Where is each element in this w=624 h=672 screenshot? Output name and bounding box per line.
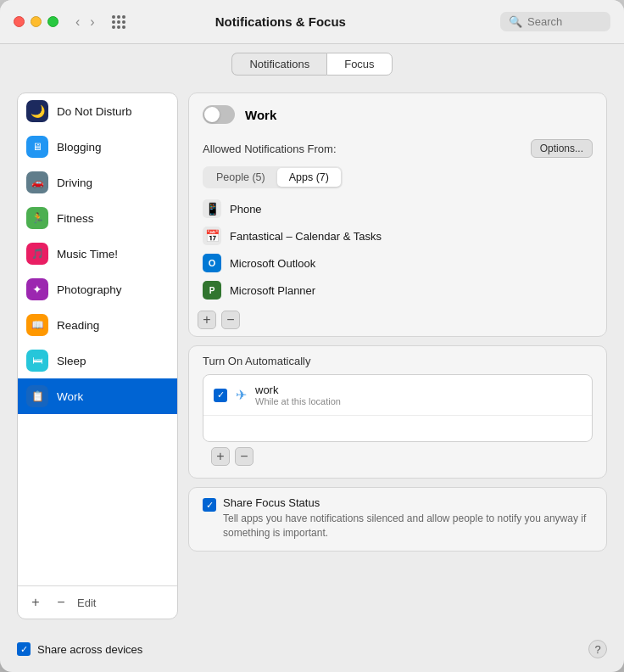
traffic-lights xyxy=(14,16,58,27)
right-panel: Work Allowed Notifications From: Options… xyxy=(188,92,607,619)
tab-focus[interactable]: Focus xyxy=(326,53,392,76)
fitness-icon: 🏃 xyxy=(26,207,48,229)
do-not-disturb-icon: 🌙 xyxy=(26,100,48,122)
allowed-from-label: Allowed Notifications From: xyxy=(203,143,337,155)
fantastical-icon: 📅 xyxy=(203,227,221,245)
sub-tabs: People (5) Apps (7) xyxy=(203,166,343,188)
bottom-bar: ✓ Share across devices ? xyxy=(0,633,624,672)
allowed-header: Allowed Notifications From: Options... xyxy=(189,132,606,163)
work-toggle-row: Work xyxy=(189,93,606,132)
edit-button[interactable]: Edit xyxy=(77,596,96,609)
musictime-icon: 🎵 xyxy=(26,243,48,265)
automation-checkbox[interactable]: ✓ xyxy=(214,389,227,402)
auto-title: work xyxy=(255,384,582,396)
sidebar-item-reading[interactable]: 📖 Reading xyxy=(18,307,177,343)
sidebar-item-musictime[interactable]: 🎵 Music Time! xyxy=(18,236,177,272)
sidebar-item-label: Sleep xyxy=(57,355,86,367)
add-automation-button[interactable]: + xyxy=(211,447,230,466)
sleep-icon: 🛏 xyxy=(26,350,48,372)
sidebar-list: 🌙 Do Not Disturb 🖥 Blogging 🚗 Driving 🏃 … xyxy=(18,93,177,585)
sidebar-item-photography[interactable]: ✦ Photography xyxy=(18,272,177,307)
turn-on-section: Turn On Automatically ✓ ✈ work While at … xyxy=(188,345,607,479)
sidebar-item-label: Fitness xyxy=(57,212,94,225)
check-icon: ✓ xyxy=(217,389,225,400)
sidebar-item-sleep[interactable]: 🛏 Sleep xyxy=(18,343,177,378)
app-label: Phone xyxy=(230,203,262,216)
location-icon: ✈ xyxy=(236,387,247,403)
sidebar-item-label: Reading xyxy=(57,319,99,332)
share-focus-row: ✓ Share Focus Status Tell apps you have … xyxy=(203,496,593,540)
sub-tab-people[interactable]: People (5) xyxy=(204,168,277,187)
share-focus-title: Share Focus Status xyxy=(223,496,593,509)
share-devices-checkbox[interactable]: ✓ xyxy=(17,642,31,656)
toggle-knob xyxy=(204,107,220,122)
sub-tab-apps[interactable]: Apps (7) xyxy=(277,168,341,187)
fullscreen-button[interactable] xyxy=(47,16,58,27)
apps-footer-btns: + − xyxy=(189,307,606,336)
search-input[interactable] xyxy=(527,15,602,28)
work-toggle[interactable] xyxy=(203,105,235,124)
sidebar-footer: + − Edit xyxy=(18,585,177,619)
turn-on-label: Turn On Automatically xyxy=(203,355,593,367)
driving-icon: 🚗 xyxy=(26,171,48,193)
remove-app-button[interactable]: − xyxy=(221,311,240,329)
outlook-icon: O xyxy=(203,254,221,272)
sidebar-item-label: Blogging xyxy=(57,141,102,154)
window-title: Notifications & Focus xyxy=(71,14,490,29)
turn-on-wrapper: Turn On Automatically ✓ ✈ work While at … xyxy=(189,346,606,478)
tab-notifications[interactable]: Notifications xyxy=(231,53,326,76)
help-button[interactable]: ? xyxy=(588,640,607,658)
add-app-button[interactable]: + xyxy=(198,311,216,329)
sidebar: 🌙 Do Not Disturb 🖥 Blogging 🚗 Driving 🏃 … xyxy=(17,92,178,619)
work-toggle-label: Work xyxy=(245,108,276,122)
blogging-icon: 🖥 xyxy=(26,136,48,158)
list-item: ✓ ✈ work While at this location xyxy=(203,375,592,416)
share-focus-content: Share Focus Status Tell apps you have no… xyxy=(223,496,593,540)
check-icon: ✓ xyxy=(20,644,28,655)
close-button[interactable] xyxy=(14,16,25,27)
options-button[interactable]: Options... xyxy=(531,139,593,158)
search-box[interactable]: 🔍 xyxy=(500,12,610,31)
list-item: P Microsoft Planner xyxy=(196,277,599,304)
window: ‹ › Notifications & Focus 🔍 Notification… xyxy=(0,0,624,672)
automation-list: ✓ ✈ work While at this location xyxy=(203,374,593,442)
titlebar: ‹ › Notifications & Focus 🔍 xyxy=(0,0,624,44)
main-content: 🌙 Do Not Disturb 🖥 Blogging 🚗 Driving 🏃 … xyxy=(0,82,624,633)
list-item: 📱 Phone xyxy=(196,195,599,222)
app-list: 📱 Phone 📅 Fantastical – Calendar & Tasks… xyxy=(189,195,606,307)
reading-icon: 📖 xyxy=(26,314,48,336)
share-focus-checkbox[interactable]: ✓ xyxy=(203,498,216,512)
sidebar-item-label: Work xyxy=(57,390,83,403)
planner-icon: P xyxy=(203,281,221,300)
check-icon: ✓ xyxy=(206,500,214,511)
work-icon: 📋 xyxy=(26,385,48,407)
automation-text: work While at this location xyxy=(255,384,582,406)
sidebar-item-fitness[interactable]: 🏃 Fitness xyxy=(18,200,177,236)
automation-footer-btns: + − xyxy=(203,442,593,474)
app-label: Microsoft Planner xyxy=(230,284,315,297)
sidebar-item-donotdisturb[interactable]: 🌙 Do Not Disturb xyxy=(18,93,177,129)
sidebar-item-work[interactable]: 📋 Work xyxy=(18,378,177,414)
app-label: Fantastical – Calendar & Tasks xyxy=(230,230,382,243)
sidebar-item-blogging[interactable]: 🖥 Blogging xyxy=(18,129,177,165)
app-label: Microsoft Outlook xyxy=(230,257,315,270)
share-focus-description: Tell apps you have notifications silence… xyxy=(223,512,593,540)
allowed-notifications-section: Work Allowed Notifications From: Options… xyxy=(188,92,607,337)
share-devices-label: Share across devices xyxy=(37,643,142,656)
sidebar-item-label: Do Not Disturb xyxy=(57,105,132,118)
list-item: O Microsoft Outlook xyxy=(196,249,599,277)
search-icon: 🔍 xyxy=(509,15,522,28)
sidebar-item-label: Music Time! xyxy=(57,248,118,260)
sidebar-item-driving[interactable]: 🚗 Driving xyxy=(18,165,177,200)
share-devices-row: ✓ Share across devices xyxy=(17,642,142,656)
tabs-bar: Notifications Focus xyxy=(0,44,624,82)
phone-icon: 📱 xyxy=(203,199,221,218)
photography-icon: ✦ xyxy=(26,278,48,300)
minimize-button[interactable] xyxy=(31,16,42,27)
sidebar-item-label: Photography xyxy=(57,283,122,296)
sidebar-item-label: Driving xyxy=(57,176,92,189)
remove-automation-button[interactable]: − xyxy=(235,447,254,466)
remove-focus-button[interactable]: − xyxy=(52,593,70,612)
add-focus-button[interactable]: + xyxy=(26,593,45,612)
share-focus-section: ✓ Share Focus Status Tell apps you have … xyxy=(188,487,607,552)
